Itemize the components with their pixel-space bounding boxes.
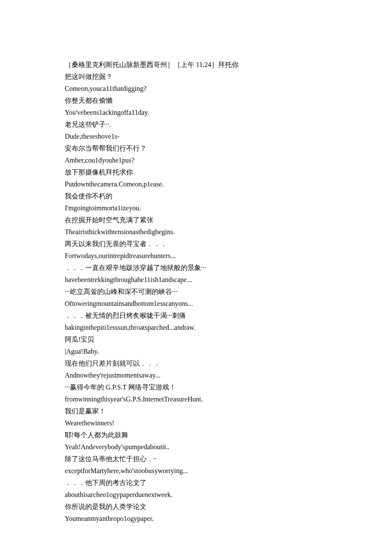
text-line: Youmeanmyanthropo1ogypaper. bbox=[65, 513, 327, 525]
text-line: ［桑格里克利斯托山脉新墨西哥州］［上午 11:24］拜托你 bbox=[65, 59, 327, 71]
text-line: fromwinningthisyear'sG.P.S.InternetTreas… bbox=[65, 393, 327, 405]
document-body: ［桑格里克利斯托山脉新墨西哥州］［上午 11:24］拜托你把这叫做挖掘？Come… bbox=[65, 59, 327, 525]
text-line: 阿瓜!宝贝 bbox=[65, 334, 327, 346]
text-line: Amber,cou1dyouhe1pus? bbox=[65, 154, 327, 166]
text-line: 你所说的是我的人类学论文 bbox=[65, 501, 327, 513]
text-line: 安布尔当帮帮我们行不行？ bbox=[65, 142, 327, 154]
text-line: bakinginthepiti1esssun,throatsparched...… bbox=[65, 322, 327, 334]
text-line: Wearethewinners! bbox=[65, 417, 327, 429]
text-line: 老兄这些铲子··. bbox=[65, 119, 327, 131]
text-line: You'vebeens1ackingoffa11day. bbox=[65, 107, 327, 119]
text-line: 耶!每个人都为此鼓舞 bbox=[65, 429, 327, 441]
text-line: 放下那摄像机拜托求你 bbox=[65, 166, 327, 178]
text-line: Comeon,youca11thatdigging? bbox=[65, 83, 327, 95]
text-line: Yeah!Andeverybody'spumpedaboutit.. bbox=[65, 441, 327, 453]
text-line: exceptforMartyhere,who'stoobusyworrying.… bbox=[65, 465, 327, 477]
text-line: Andnowthey'rejustmomentsaway... bbox=[65, 369, 327, 381]
text-line: 在挖掘开始时空气充满了紧张 bbox=[65, 214, 327, 226]
text-line: Dude,theseshove1s- bbox=[65, 131, 327, 142]
text-line: 两天以来我们无畏的寻宝者．．． bbox=[65, 238, 327, 250]
text-line: ．．．他下周的考古论文了 bbox=[65, 477, 327, 489]
text-line: ···赢得今年的 G.P.S.T 网络寻宝游戏！ bbox=[65, 381, 327, 393]
text-line: 除了这位马蒂他太忙于担心．·· bbox=[65, 453, 327, 465]
text-line: 我会使你不朽的 bbox=[65, 190, 327, 202]
text-line: 现在他们只差片刻就可以．．． bbox=[65, 357, 327, 369]
text-line: Oftoweringmountainsandbottom1esscanyons.… bbox=[65, 298, 327, 310]
text-line: I'mgoingtoimmorta1izeyou. bbox=[65, 202, 327, 214]
document-page: ［桑格里克利斯托山脉新墨西哥州］［上午 11:24］拜托你把这叫做挖掘？Come… bbox=[0, 0, 392, 555]
text-line: havebeentrekkingthroughahe11ish1andscape… bbox=[65, 274, 327, 286]
text-line: 我们是赢家！ bbox=[65, 405, 327, 417]
text-line: 你整天都在偷懒 bbox=[65, 95, 327, 107]
text-line: ···屹立高耸的山峰和深不可测的峡谷··· bbox=[65, 286, 327, 298]
text-line: |Agua!Baby. bbox=[65, 346, 327, 357]
text-line: abouthisarcheo1ogypaperduenextweek. bbox=[65, 489, 327, 501]
text-line: ．．．被无情的烈日烤炙喉咙干渴···刺痛 bbox=[65, 310, 327, 322]
text-line: Putdownthecamera.Comeon,p1ease. bbox=[65, 178, 327, 190]
text-line: 把这叫做挖掘？ bbox=[65, 71, 327, 83]
text-line: ．．．一直在艰辛地跋涉穿越了地狱般的景象··· bbox=[65, 262, 327, 274]
text-line: Theairisthickwithtensionasthedigbegins. bbox=[65, 226, 327, 238]
text-line: Fortwodays,ourintrepidtreasurehunters... bbox=[65, 250, 327, 262]
